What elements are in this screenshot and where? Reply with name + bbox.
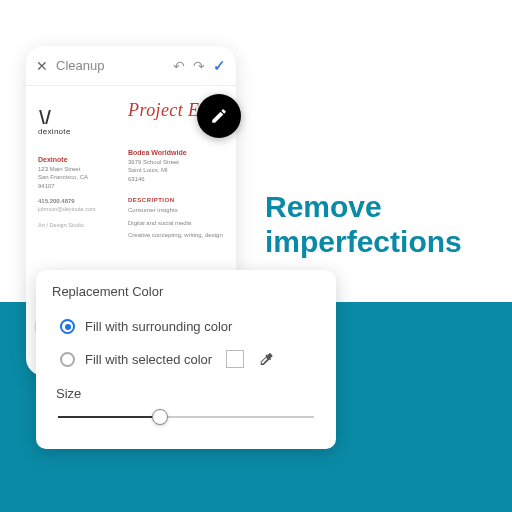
toolbar-title: Cleanup [56, 58, 104, 73]
size-label: Size [56, 386, 320, 401]
desc-line-2: Digital and social media [128, 219, 224, 227]
sender-addr1: 123 Main Street [38, 165, 114, 173]
desc-line-1: Consumer insights [128, 206, 224, 214]
pencil-icon [210, 107, 228, 125]
client-zip: 63146 [128, 175, 224, 183]
sender-role: Art / Design Studio [38, 222, 114, 228]
brand-name: dexinote [38, 127, 71, 136]
desc-line-3: Creative concepting, writing, design [128, 231, 224, 239]
panel-title: Replacement Color [52, 284, 320, 299]
sender-zip: 94107 [38, 182, 114, 190]
app-toolbar: ✕ Cleanup ↶ ↷ ✓ [26, 46, 236, 86]
edit-fab[interactable] [197, 94, 241, 138]
slider-track-fill [58, 416, 160, 418]
option-selected-color[interactable]: Fill with selected color [52, 342, 320, 376]
cleanup-options-panel: Replacement Color Fill with surrounding … [36, 270, 336, 449]
close-icon[interactable]: ✕ [36, 58, 48, 74]
description-label: DESCRIPTION [128, 197, 224, 203]
client-name: Bodea Worldwide [128, 149, 224, 156]
sender-email: johnson@dexinote.com [38, 206, 114, 212]
slider-thumb[interactable] [152, 409, 168, 425]
sender-phone: 415.200.4879 [38, 198, 114, 204]
brand-logo-icon [38, 110, 52, 124]
marketing-headline: Remove imperfections [265, 190, 512, 259]
radio-selected-icon [60, 319, 75, 334]
undo-icon[interactable]: ↶ [173, 58, 185, 74]
option-surrounding-label: Fill with surrounding color [85, 319, 232, 334]
sender-addr2: San Francisco, CA [38, 173, 114, 181]
client-addr1: 3679 School Street [128, 158, 224, 166]
redo-icon[interactable]: ↷ [193, 58, 205, 74]
color-swatch[interactable] [226, 350, 244, 368]
sender-name: Dexinote [38, 156, 114, 163]
option-surrounding-color[interactable]: Fill with surrounding color [52, 311, 320, 342]
eyedropper-icon[interactable] [258, 351, 274, 367]
client-addr2: Saint Louis, MI [128, 166, 224, 174]
size-slider[interactable] [58, 407, 314, 427]
option-selected-label: Fill with selected color [85, 352, 212, 367]
radio-unselected-icon [60, 352, 75, 367]
confirm-icon[interactable]: ✓ [213, 57, 226, 75]
